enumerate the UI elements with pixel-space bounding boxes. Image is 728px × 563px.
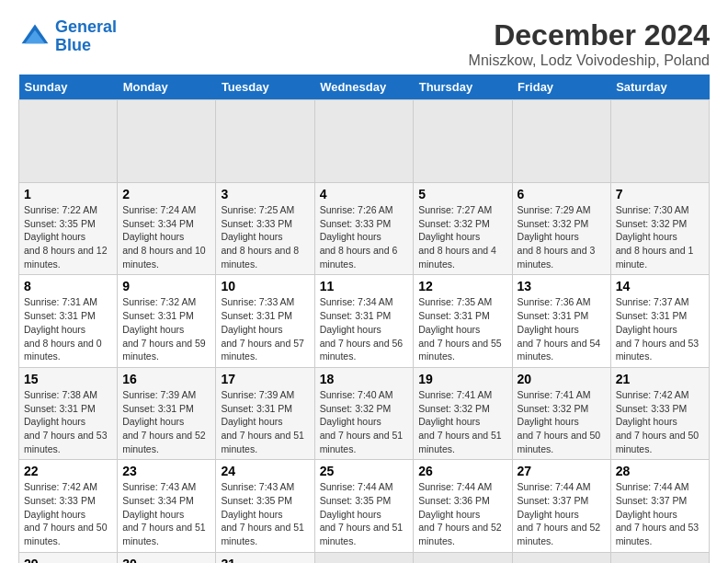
- day-info: Sunrise: 7:33 AM Sunset: 3:31 PM Dayligh…: [221, 296, 304, 362]
- weekday-header-sunday: Sunday: [19, 75, 118, 100]
- day-info: Sunrise: 7:39 AM Sunset: 3:31 PM Dayligh…: [221, 389, 304, 454]
- calendar-cell: 29 Sunrise: 7:44 AM Sunset: 3:38 PM Dayl…: [19, 552, 118, 563]
- calendar-cell: [314, 552, 414, 563]
- day-info: Sunrise: 7:40 AM Sunset: 3:32 PM Dayligh…: [320, 389, 404, 454]
- day-info: Sunrise: 7:42 AM Sunset: 3:33 PM Dayligh…: [616, 389, 700, 454]
- day-info: Sunrise: 7:35 AM Sunset: 3:31 PM Dayligh…: [418, 296, 502, 362]
- day-number: 11: [320, 279, 409, 293]
- day-info: Sunrise: 7:43 AM Sunset: 3:34 PM Dayligh…: [122, 481, 206, 546]
- logo-line2: Blue: [55, 36, 91, 54]
- calendar-cell: 14 Sunrise: 7:37 AM Sunset: 3:31 PM Dayl…: [610, 275, 709, 367]
- day-info: Sunrise: 7:43 AM Sunset: 3:35 PM Dayligh…: [221, 481, 304, 546]
- calendar-cell: 10 Sunrise: 7:33 AM Sunset: 3:31 PM Dayl…: [216, 275, 314, 367]
- day-number: 28: [616, 464, 704, 478]
- calendar-cell: 20 Sunrise: 7:41 AM Sunset: 3:32 PM Dayl…: [512, 367, 610, 459]
- day-info: Sunrise: 7:44 AM Sunset: 3:35 PM Dayligh…: [320, 481, 404, 546]
- calendar-cell: 21 Sunrise: 7:42 AM Sunset: 3:33 PM Dayl…: [610, 367, 709, 459]
- day-number: 22: [24, 464, 112, 478]
- calendar-week-row: 29 Sunrise: 7:44 AM Sunset: 3:38 PM Dayl…: [19, 552, 710, 563]
- calendar-cell: 3 Sunrise: 7:25 AM Sunset: 3:33 PM Dayli…: [216, 183, 314, 275]
- calendar-cell: 16 Sunrise: 7:39 AM Sunset: 3:31 PM Dayl…: [118, 367, 216, 459]
- day-number: 15: [24, 372, 112, 386]
- calendar-cell: 22 Sunrise: 7:42 AM Sunset: 3:33 PM Dayl…: [19, 460, 118, 552]
- day-info: Sunrise: 7:29 AM Sunset: 3:32 PM Dayligh…: [518, 204, 596, 270]
- calendar-cell: 2 Sunrise: 7:24 AM Sunset: 3:34 PM Dayli…: [118, 183, 216, 275]
- calendar-cell: 19 Sunrise: 7:41 AM Sunset: 3:32 PM Dayl…: [414, 367, 512, 459]
- title-area: December 2024 Mniszkow, Lodz Voivodeship…: [469, 18, 710, 69]
- calendar-cell: 24 Sunrise: 7:43 AM Sunset: 3:35 PM Dayl…: [216, 460, 314, 552]
- day-number: 29: [24, 557, 112, 563]
- calendar-cell: 1 Sunrise: 7:22 AM Sunset: 3:35 PM Dayli…: [19, 183, 118, 275]
- calendar-cell: [414, 100, 512, 183]
- calendar-cell: 27 Sunrise: 7:44 AM Sunset: 3:37 PM Dayl…: [512, 460, 610, 552]
- logo-icon: [18, 20, 51, 53]
- calendar-cell: 5 Sunrise: 7:27 AM Sunset: 3:32 PM Dayli…: [414, 183, 512, 275]
- day-info: Sunrise: 7:30 AM Sunset: 3:32 PM Dayligh…: [616, 204, 694, 270]
- day-info: Sunrise: 7:39 AM Sunset: 3:31 PM Dayligh…: [122, 389, 206, 454]
- day-number: 3: [221, 187, 309, 201]
- logo: General Blue: [18, 18, 117, 55]
- weekday-header-monday: Monday: [118, 75, 216, 100]
- day-number: 30: [122, 557, 210, 563]
- calendar-cell: [512, 552, 610, 563]
- day-number: 27: [518, 464, 606, 478]
- day-number: 9: [122, 279, 210, 293]
- day-number: 24: [221, 464, 309, 478]
- day-info: Sunrise: 7:41 AM Sunset: 3:32 PM Dayligh…: [418, 389, 502, 454]
- calendar-cell: 13 Sunrise: 7:36 AM Sunset: 3:31 PM Dayl…: [512, 275, 610, 367]
- day-info: Sunrise: 7:34 AM Sunset: 3:31 PM Dayligh…: [320, 296, 404, 362]
- day-number: 20: [518, 372, 606, 386]
- day-info: Sunrise: 7:41 AM Sunset: 3:32 PM Dayligh…: [518, 389, 601, 454]
- day-info: Sunrise: 7:31 AM Sunset: 3:31 PM Dayligh…: [24, 296, 102, 362]
- weekday-header-wednesday: Wednesday: [314, 75, 414, 100]
- day-info: Sunrise: 7:44 AM Sunset: 3:37 PM Dayligh…: [616, 481, 700, 546]
- day-info: Sunrise: 7:32 AM Sunset: 3:31 PM Dayligh…: [122, 296, 206, 362]
- day-number: 12: [418, 279, 506, 293]
- day-info: Sunrise: 7:26 AM Sunset: 3:33 PM Dayligh…: [320, 204, 398, 270]
- subtitle: Mniszkow, Lodz Voivodeship, Poland: [469, 52, 710, 69]
- calendar-cell: 9 Sunrise: 7:32 AM Sunset: 3:31 PM Dayli…: [118, 275, 216, 367]
- weekday-header-row: SundayMondayTuesdayWednesdayThursdayFrid…: [19, 75, 710, 100]
- weekday-header-friday: Friday: [512, 75, 610, 100]
- day-info: Sunrise: 7:42 AM Sunset: 3:33 PM Dayligh…: [24, 481, 108, 546]
- calendar-cell: 18 Sunrise: 7:40 AM Sunset: 3:32 PM Dayl…: [314, 367, 414, 459]
- day-info: Sunrise: 7:24 AM Sunset: 3:34 PM Dayligh…: [122, 204, 206, 270]
- calendar-cell: [610, 552, 709, 563]
- calendar-cell: 25 Sunrise: 7:44 AM Sunset: 3:35 PM Dayl…: [314, 460, 414, 552]
- day-number: 26: [418, 464, 506, 478]
- calendar-week-row: 8 Sunrise: 7:31 AM Sunset: 3:31 PM Dayli…: [19, 275, 710, 367]
- day-number: 17: [221, 372, 309, 386]
- calendar-cell: 12 Sunrise: 7:35 AM Sunset: 3:31 PM Dayl…: [414, 275, 512, 367]
- calendar-cell: 7 Sunrise: 7:30 AM Sunset: 3:32 PM Dayli…: [610, 183, 709, 275]
- calendar-body: 1 Sunrise: 7:22 AM Sunset: 3:35 PM Dayli…: [19, 100, 710, 564]
- calendar-table: SundayMondayTuesdayWednesdayThursdayFrid…: [18, 75, 710, 563]
- day-info: Sunrise: 7:38 AM Sunset: 3:31 PM Dayligh…: [24, 389, 108, 454]
- header: General Blue December 2024 Mniszkow, Lod…: [18, 18, 710, 69]
- day-number: 18: [320, 372, 409, 386]
- day-info: Sunrise: 7:22 AM Sunset: 3:35 PM Dayligh…: [24, 204, 108, 270]
- calendar-week-row: 1 Sunrise: 7:22 AM Sunset: 3:35 PM Dayli…: [19, 183, 710, 275]
- weekday-header-thursday: Thursday: [414, 75, 512, 100]
- calendar-cell: 23 Sunrise: 7:43 AM Sunset: 3:34 PM Dayl…: [118, 460, 216, 552]
- logo-text: General Blue: [55, 18, 117, 55]
- day-number: 16: [122, 372, 210, 386]
- calendar-cell: 15 Sunrise: 7:38 AM Sunset: 3:31 PM Dayl…: [19, 367, 118, 459]
- day-number: 19: [418, 372, 506, 386]
- day-number: 6: [518, 187, 606, 201]
- calendar-cell: 28 Sunrise: 7:44 AM Sunset: 3:37 PM Dayl…: [610, 460, 709, 552]
- calendar-cell: 17 Sunrise: 7:39 AM Sunset: 3:31 PM Dayl…: [216, 367, 314, 459]
- calendar-cell: 8 Sunrise: 7:31 AM Sunset: 3:31 PM Dayli…: [19, 275, 118, 367]
- calendar-cell: 26 Sunrise: 7:44 AM Sunset: 3:36 PM Dayl…: [414, 460, 512, 552]
- day-number: 13: [518, 279, 606, 293]
- day-number: 14: [616, 279, 704, 293]
- day-number: 7: [616, 187, 704, 201]
- day-number: 10: [221, 279, 309, 293]
- calendar-cell: 6 Sunrise: 7:29 AM Sunset: 3:32 PM Dayli…: [512, 183, 610, 275]
- day-info: Sunrise: 7:44 AM Sunset: 3:36 PM Dayligh…: [418, 481, 502, 546]
- calendar-week-row: 22 Sunrise: 7:42 AM Sunset: 3:33 PM Dayl…: [19, 460, 710, 552]
- day-number: 23: [122, 464, 210, 478]
- day-number: 31: [221, 557, 309, 563]
- calendar-week-row: 15 Sunrise: 7:38 AM Sunset: 3:31 PM Dayl…: [19, 367, 710, 459]
- day-number: 4: [320, 187, 409, 201]
- calendar-cell: 31 Sunrise: 7:44 AM Sunset: 3:40 PM Dayl…: [216, 552, 314, 563]
